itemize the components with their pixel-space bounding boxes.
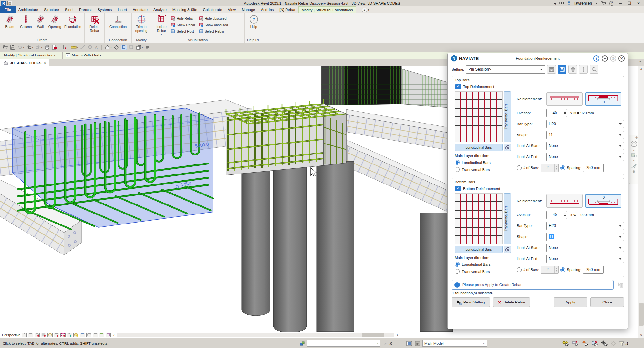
top-straight-bar-button[interactable]	[546, 92, 583, 106]
tab-annotate[interactable]: Annotate	[130, 6, 151, 13]
displacement-icon[interactable]	[86, 333, 91, 337]
tab-massing-site[interactable]: Massing & Site	[170, 6, 200, 13]
search-setting-button[interactable]	[590, 65, 598, 74]
top-shape-select[interactable]: 11	[546, 131, 624, 139]
hide-obscured-button[interactable]: Hide obscured	[199, 15, 228, 21]
vertical-scrollbar-thumb[interactable]	[639, 303, 644, 326]
analytical-model-icon[interactable]	[106, 333, 111, 337]
top-hook-end-select[interactable]: None	[546, 153, 624, 161]
tab-manage[interactable]: Manage	[239, 6, 258, 13]
aligned-dimension-icon[interactable]	[63, 45, 68, 50]
hide-rebar-button[interactable]: Hide Rebar	[171, 15, 195, 21]
view-tab-3d-shape-codes[interactable]: 3D SHAPE CODES ✕	[0, 59, 49, 66]
moves-with-grids-checkbox[interactable]: ✓	[66, 53, 70, 57]
wheel-options-caret-icon[interactable]: ▾	[633, 148, 635, 152]
restore-button[interactable]: ❐	[627, 1, 632, 5]
tab-systems[interactable]: Systems	[95, 6, 115, 13]
navigation-wheel-icon[interactable]	[630, 140, 638, 147]
horizontal-scrollbar-thumb[interactable]	[362, 333, 384, 337]
dialog-info-icon[interactable]: i	[593, 55, 599, 62]
measure-icon[interactable]: ▾	[71, 46, 78, 49]
render-icon[interactable]	[47, 333, 53, 337]
top-overlap-spinner[interactable]: 40	[546, 109, 567, 117]
rename-setting-button[interactable]	[579, 65, 588, 74]
tab-collaborate[interactable]: Collaborate	[200, 6, 225, 13]
top-hooked-bar-button[interactable]: 0	[585, 92, 621, 106]
delete-rebar-button[interactable]: Delete Rebar	[87, 14, 102, 33]
top-longitudinal-radio[interactable]	[455, 160, 460, 165]
setting-select[interactable]: <In Session>	[466, 65, 545, 74]
ribbon-display-toggle[interactable]: ▴▾	[362, 6, 369, 13]
close-view-tab-icon[interactable]: ✕	[43, 61, 46, 65]
tab-insert[interactable]: Insert	[115, 6, 130, 13]
bottom-shape-select[interactable]: 11	[546, 233, 624, 241]
cart-icon[interactable]	[601, 1, 606, 5]
close-inactive-icon[interactable]	[129, 45, 134, 50]
scroll-down-icon[interactable]: ∨	[638, 333, 644, 338]
tab-architecture[interactable]: Architecture	[16, 6, 41, 13]
save-setting-as-button[interactable]	[558, 65, 566, 74]
view-tab-overflow-icon[interactable]: ≡	[638, 59, 643, 65]
wall-button[interactable]: Wall	[34, 14, 46, 29]
editable-only-indicator[interactable]: :0	[384, 338, 392, 348]
bottom-reinforcement-checkbox[interactable]: ✓	[455, 186, 461, 191]
dialog-minimize-icon[interactable]: −	[602, 55, 608, 62]
reveal-hidden-elements-icon[interactable]	[73, 333, 78, 337]
navbar-minus-icon[interactable]: ⊖	[632, 170, 635, 173]
visual-style-icon[interactable]	[28, 333, 33, 337]
minimize-button[interactable]: ─	[618, 1, 623, 5]
show-rebar-button[interactable]: Show Rebar	[171, 22, 195, 27]
select-host-button[interactable]: Select Host	[171, 28, 195, 34]
detail-level-icon[interactable]	[22, 333, 27, 337]
vertical-scrollbar[interactable]: ∧ ∨	[638, 66, 644, 338]
tab-n-rebar[interactable]: [N] Rebar	[276, 6, 298, 13]
open-icon[interactable]	[3, 45, 8, 50]
scroll-right-icon[interactable]: ›	[396, 333, 399, 337]
tab-file[interactable]: File	[0, 6, 16, 13]
worksets-icon[interactable]	[300, 338, 305, 348]
tab-precast[interactable]: Precast	[76, 6, 95, 13]
switch-windows-icon[interactable]: ▾	[136, 45, 143, 50]
tag-icon[interactable]: 1	[87, 45, 92, 49]
search-icon[interactable]	[559, 1, 564, 5]
tab-view[interactable]: View	[225, 6, 239, 13]
sync-icon[interactable]: ▾	[17, 45, 24, 50]
bottom-longitudinal-bars-tab[interactable]: Longitudinal Bars	[455, 246, 503, 253]
pan-fly-icon[interactable]	[631, 163, 637, 169]
column-button[interactable]: Column	[18, 14, 34, 29]
bottom-spacing-radio[interactable]	[560, 267, 565, 272]
temporary-hide-isolate-icon[interactable]	[67, 333, 72, 337]
settings-gear-icon[interactable]	[610, 341, 616, 346]
apply-button[interactable]: Apply	[554, 297, 587, 307]
trim-to-opening-button[interactable]: Trim to opening	[134, 14, 149, 33]
zoom-tool-icon[interactable]	[631, 153, 637, 157]
top-reinforcement-checkbox[interactable]: ✓	[455, 84, 461, 89]
dark-rebar-wall[interactable]	[321, 66, 461, 109]
horizontal-scrollbar[interactable]	[117, 333, 394, 337]
print-icon[interactable]	[45, 45, 50, 50]
select-pinned-icon[interactable]	[581, 340, 588, 347]
reveal-constraints-icon[interactable]	[93, 333, 98, 337]
bottom-transversal-bars-tab[interactable]: Transversal Bars	[504, 193, 511, 244]
opening-button[interactable]: Opening	[47, 14, 63, 29]
export-pdf-icon[interactable]	[52, 45, 57, 50]
bottom-hook-start-select[interactable]: None	[546, 244, 624, 252]
filter-button[interactable]: :1	[619, 338, 628, 348]
design-option-pick-icon[interactable]	[415, 338, 420, 348]
top-hook-start-select[interactable]: None	[546, 142, 624, 150]
select-by-face-icon[interactable]	[591, 340, 598, 347]
user-icon[interactable]	[567, 1, 571, 5]
link-layers-icon[interactable]	[504, 246, 511, 253]
close-navbar-icon[interactable]: ⊗	[635, 136, 638, 139]
default-3d-view-icon[interactable]: ▾	[105, 45, 112, 50]
dialog-header[interactable]: N NAVIATE Foundation Reinforcement i − ⊘…	[448, 53, 628, 64]
scroll-left-icon[interactable]: ‹	[112, 333, 115, 337]
top-longitudinal-bars-tab[interactable]: Longitudinal Bars	[455, 144, 503, 151]
bottom-overlap-spinner[interactable]: 40	[546, 211, 567, 219]
customize-qat-icon[interactable]	[145, 45, 149, 49]
save-icon[interactable]	[10, 45, 15, 50]
design-option-select[interactable]: Main Model∨	[422, 338, 487, 348]
undo-icon[interactable]: ▾	[26, 45, 33, 49]
help-button[interactable]: ? Help	[247, 14, 261, 29]
top-num-bars-radio[interactable]	[517, 165, 522, 170]
